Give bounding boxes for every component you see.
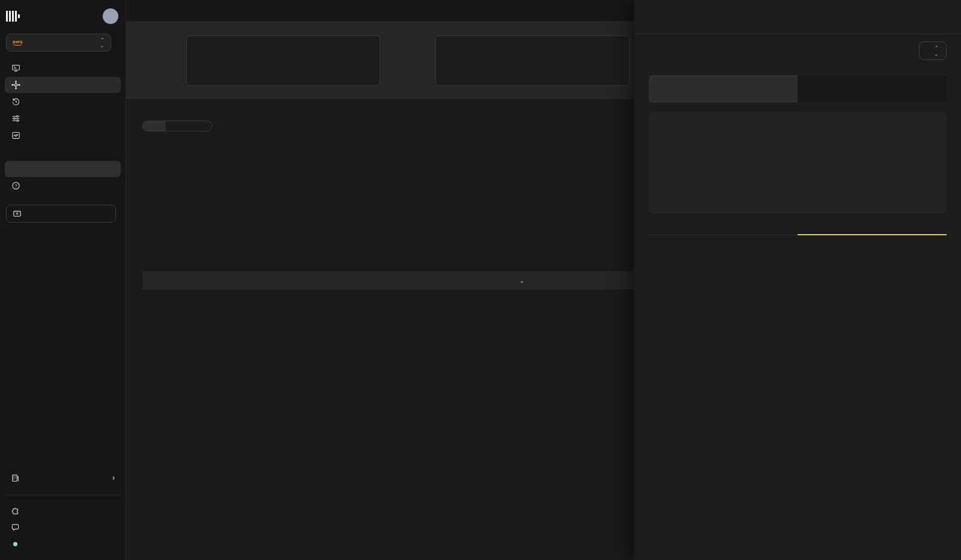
sidebar-item-service-health[interactable]	[5, 144, 121, 160]
clickhouse-logo-icon	[6, 11, 20, 22]
backups-icon	[11, 97, 20, 107]
sidebar-item-help[interactable]: ?	[5, 178, 121, 194]
data-sources-icon	[11, 80, 20, 90]
sidebar-item-data-sources[interactable]	[5, 77, 121, 93]
settings-sliders-icon	[11, 114, 20, 124]
mini-chart-svg	[652, 120, 832, 210]
toggle-errors[interactable]	[798, 75, 947, 103]
chat-icon	[11, 523, 20, 532]
col-runs[interactable]: ⌄	[517, 276, 579, 285]
sidebar-item-settings[interactable]	[5, 110, 121, 127]
tab-query-volume[interactable]	[143, 121, 166, 131]
svg-text:?: ?	[14, 183, 17, 188]
aws-icon: aws	[13, 40, 23, 46]
tab-errors[interactable]	[189, 121, 211, 131]
sidebar-item-chat-support[interactable]	[5, 519, 121, 535]
breadcrumb	[126, 0, 634, 22]
recent-queries-table: ⌄	[142, 271, 634, 289]
system-status-item[interactable]	[5, 536, 121, 552]
history-header-row	[649, 235, 947, 247]
monitoring-icon	[11, 131, 20, 140]
connect-icon	[13, 209, 22, 218]
sidebar-item-backups[interactable]	[5, 94, 121, 110]
help-icon: ?	[11, 181, 20, 191]
organization-icon	[11, 474, 20, 483]
console-icon	[11, 64, 20, 73]
chevron-right-icon: ›	[112, 474, 115, 482]
tab-query-info[interactable]	[649, 228, 798, 235]
organization-item[interactable]: ›	[5, 469, 121, 486]
chart-legend	[126, 236, 634, 247]
stat-card-query-volume	[186, 35, 380, 86]
chart-tab-group	[142, 121, 212, 131]
table-header-row: ⌄	[142, 271, 634, 289]
panel-tab-group	[649, 228, 947, 235]
stats-band	[126, 22, 634, 99]
toggle-all-runs[interactable]	[649, 75, 798, 103]
divider	[5, 495, 121, 495]
sidebar-item-monitoring[interactable]	[5, 127, 121, 143]
query-volume-chart	[126, 137, 634, 247]
mini-query-volume-chart	[649, 112, 947, 214]
user-avatar[interactable]	[103, 8, 118, 24]
expanded-query-details	[649, 247, 947, 255]
status-dot-icon	[13, 542, 17, 546]
time-range-select[interactable]: ⌃⌃	[919, 41, 947, 60]
stat-card-p99-latency	[435, 35, 629, 86]
brand-row	[0, 7, 126, 25]
runs-errors-toggle	[649, 75, 947, 103]
service-select[interactable]: aws ⌃⌃	[6, 34, 111, 52]
query-information-panel: ⌃⌃	[634, 0, 961, 560]
sidebar-item-integrations[interactable]	[5, 502, 121, 518]
sort-desc-icon: ⌄	[520, 278, 524, 284]
tab-query-history[interactable]	[798, 228, 947, 235]
connect-button[interactable]	[6, 205, 116, 223]
chevron-updown-icon: ⌃⌃	[934, 46, 939, 55]
sidebar: aws ⌃⌃	[0, 0, 126, 560]
chevron-updown-icon: ⌃⌃	[100, 38, 105, 47]
organization-section: ›	[0, 463, 126, 502]
sidebar-nav: ?	[0, 60, 126, 194]
integrations-icon	[11, 506, 20, 515]
main-chart-svg	[142, 145, 323, 235]
sidebar-item-sql-console[interactable]	[5, 60, 121, 76]
main-content: ⌄	[126, 0, 634, 560]
tab-latency[interactable]	[166, 121, 189, 131]
sidebar-item-query-insights[interactable]	[5, 161, 121, 177]
